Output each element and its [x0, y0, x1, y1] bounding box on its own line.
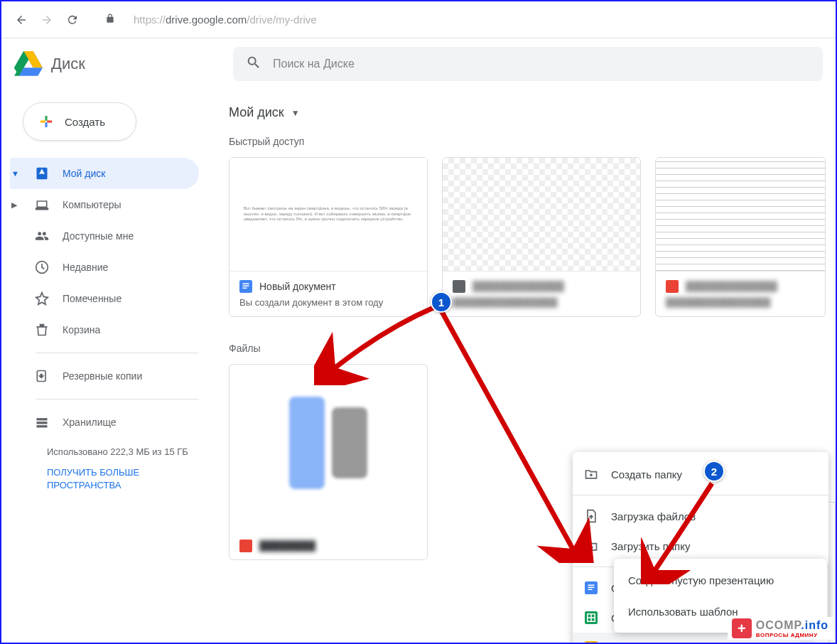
- drive-logo: [14, 50, 43, 78]
- create-label: Создать: [65, 116, 105, 128]
- annotation-badge-2: 2: [703, 461, 725, 482]
- storage-icon: [34, 414, 50, 430]
- file-card[interactable]: ████████: [229, 364, 428, 560]
- nav-recent[interactable]: Недавние: [10, 252, 199, 283]
- nav-label: Недавние: [63, 262, 108, 273]
- svg-rect-7: [37, 422, 48, 424]
- sidebar: Создать ▼ Мой диск ▶ Компьютеры Доступны…: [1, 90, 220, 643]
- forward-button[interactable]: [38, 11, 55, 28]
- storage-usage-text: Использовано 222,3 МБ из 15 ГБ: [47, 445, 199, 459]
- chevron-down-icon: ▼: [291, 108, 300, 118]
- quick-card[interactable]: Вот бывает смотришь на экран смартфона, …: [229, 157, 428, 317]
- submenu-label: Создать пустую презентацию: [628, 574, 774, 586]
- browser-toolbar: https://drive.google.com/drive/my-drive: [1, 1, 836, 38]
- sheets-icon: [584, 611, 598, 625]
- svg-rect-14: [588, 585, 595, 586]
- card-title: Новый документ: [259, 281, 336, 292]
- card-subtitle: ████████████████: [666, 297, 815, 308]
- nav-my-drive[interactable]: ▼ Мой диск: [10, 158, 199, 189]
- nav-storage[interactable]: Хранилище: [10, 407, 199, 438]
- files-section-title: Файлы: [225, 338, 836, 364]
- nav-label: Резервные копии: [63, 370, 142, 382]
- svg-rect-8: [37, 425, 48, 427]
- search-icon: [246, 55, 261, 73]
- nav-starred[interactable]: Помеченные: [10, 283, 199, 314]
- address-bar[interactable]: https://drive.google.com/drive/my-drive: [124, 9, 824, 31]
- svg-rect-15: [588, 587, 595, 589]
- nav-label: Хранилище: [63, 417, 117, 428]
- svg-rect-10: [243, 284, 249, 285]
- ctx-upload-file[interactable]: Загрузка файлов: [573, 501, 828, 531]
- zip-icon: [453, 280, 465, 293]
- card-subtitle: ████████████████: [453, 297, 630, 308]
- create-button[interactable]: Создать: [23, 102, 136, 141]
- computers-icon: [34, 197, 50, 213]
- nav-trash[interactable]: Корзина: [10, 314, 199, 345]
- folder-upload-icon: [584, 539, 598, 553]
- svg-rect-21: [585, 641, 598, 643]
- docs-icon: [239, 280, 252, 293]
- shared-icon: [34, 228, 50, 244]
- backup-icon: [34, 368, 50, 384]
- docs-icon: [584, 581, 598, 595]
- svg-rect-16: [588, 589, 593, 591]
- nav-backups[interactable]: Резервные копии: [10, 360, 199, 392]
- quick-card[interactable]: █████████████ ████████████████: [655, 157, 826, 317]
- search-placeholder: Поиск на Диске: [273, 58, 355, 70]
- star-icon: [34, 291, 50, 306]
- svg-rect-12: [243, 288, 247, 289]
- ctx-new-folder[interactable]: Создать папку: [573, 459, 828, 489]
- card-subtitle: Вы создали документ в этом году: [239, 297, 417, 308]
- drive-icon: [34, 166, 50, 181]
- nav-shared[interactable]: Доступные мне: [10, 220, 199, 252]
- nav-label: Корзина: [63, 324, 100, 336]
- svg-rect-11: [243, 286, 249, 287]
- upgrade-storage-link[interactable]: ПОЛУЧИТЬ БОЛЬШЕ ПРОСТРАНСТВА: [47, 466, 199, 492]
- card-title: █████████████: [472, 281, 564, 292]
- folder-plus-icon: [584, 467, 598, 481]
- pdf-icon: [666, 280, 679, 293]
- caret-down-icon[interactable]: ▼: [11, 169, 19, 178]
- pdf-icon: [239, 540, 252, 552]
- plus-icon: [38, 113, 55, 130]
- quick-card[interactable]: █████████████ ████████████████: [442, 157, 641, 317]
- breadcrumb[interactable]: Мой диск ▼: [225, 100, 836, 132]
- ctx-label: Загрузка файлов: [611, 510, 696, 522]
- card-title: █████████████: [686, 281, 777, 292]
- quick-access-title: Быстрый доступ: [225, 132, 836, 157]
- trash-icon: [34, 322, 50, 338]
- app-header: Диск Поиск на Диске: [1, 38, 836, 90]
- recent-icon: [34, 259, 50, 275]
- nav-label: Помеченные: [63, 293, 122, 304]
- nav-computers[interactable]: ▶ Компьютеры: [10, 189, 199, 220]
- app-name: Диск: [51, 55, 85, 73]
- annotation-badge-1: 1: [431, 291, 452, 313]
- ctx-label: Загрузить папку: [611, 540, 690, 552]
- caret-right-icon[interactable]: ▶: [11, 200, 17, 210]
- file-upload-icon: [584, 509, 598, 523]
- watermark-icon: +: [732, 618, 752, 638]
- submenu-blank-presentation[interactable]: Создать пустую презентацию: [614, 564, 827, 596]
- ctx-upload-folder[interactable]: Загрузить папку: [573, 531, 828, 561]
- breadcrumb-label: Мой диск: [229, 105, 284, 120]
- svg-rect-6: [37, 418, 48, 420]
- nav-label: Компьютеры: [63, 199, 122, 210]
- ctx-label: Google Презентации: [611, 642, 713, 643]
- divider: [36, 399, 199, 399]
- submenu-label: Использовать шаблон: [628, 606, 738, 618]
- search-bar[interactable]: Поиск на Диске: [233, 47, 823, 81]
- slides-icon: [584, 640, 598, 643]
- reload-button[interactable]: [64, 11, 81, 28]
- watermark: + OCOMP.info ВОПРОСЫ АДМИНУ: [728, 617, 833, 640]
- nav-label: Доступные мне: [63, 230, 134, 242]
- back-button[interactable]: [13, 11, 30, 28]
- divider: [573, 495, 828, 495]
- nav-label: Мой диск: [63, 168, 105, 179]
- ctx-label: Создать папку: [611, 468, 682, 481]
- lock-icon: [105, 14, 115, 26]
- divider: [36, 353, 199, 353]
